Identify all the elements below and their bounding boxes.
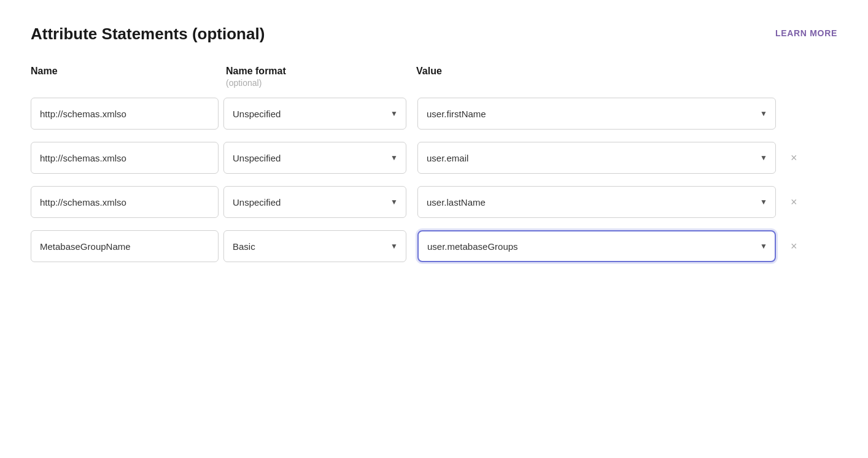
- table-row: UnspecifiedBasicURI Reference▼user.email…: [31, 142, 837, 174]
- remove-row-button[interactable]: ×: [786, 150, 802, 166]
- col-value-header: Value: [416, 66, 442, 77]
- page-header: Attribute Statements (optional) LEARN MO…: [31, 25, 837, 44]
- value-input-wrapper: ▼: [417, 230, 776, 262]
- remove-row-button[interactable]: ×: [786, 194, 802, 210]
- format-select[interactable]: UnspecifiedBasicURI Reference: [223, 98, 406, 130]
- format-select[interactable]: UnspecifiedBasicURI Reference: [223, 186, 406, 218]
- remove-row-button[interactable]: ×: [786, 238, 802, 254]
- col-format-optional: (optional): [226, 78, 416, 88]
- rows-container: UnspecifiedBasicURI Reference▼user.first…: [31, 98, 837, 262]
- value-select-wrapper: user.lastName▼: [417, 186, 776, 218]
- value-input[interactable]: [417, 230, 776, 262]
- name-input[interactable]: [31, 142, 219, 174]
- format-select-wrapper: UnspecifiedBasicURI Reference▼: [223, 98, 406, 130]
- format-select-wrapper: UnspecifiedBasicURI Reference▼: [223, 230, 406, 262]
- format-select[interactable]: UnspecifiedBasicURI Reference: [223, 230, 406, 262]
- table-row: UnspecifiedBasicURI Reference▼user.lastN…: [31, 186, 837, 218]
- format-select-wrapper: UnspecifiedBasicURI Reference▼: [223, 186, 406, 218]
- table-row: UnspecifiedBasicURI Reference▼▼×: [31, 230, 837, 262]
- name-input[interactable]: [31, 186, 219, 218]
- format-select-wrapper: UnspecifiedBasicURI Reference▼: [223, 142, 406, 174]
- format-select[interactable]: UnspecifiedBasicURI Reference: [223, 142, 406, 174]
- value-select-wrapper: user.firstName▼: [417, 98, 776, 130]
- value-select[interactable]: user.email: [417, 142, 776, 174]
- name-input[interactable]: [31, 230, 219, 262]
- value-select-wrapper: user.email▼: [417, 142, 776, 174]
- column-headers: Name Name format (optional) Value: [31, 66, 837, 88]
- value-select[interactable]: user.firstName: [417, 98, 776, 130]
- col-format-header: Name format (optional): [226, 66, 416, 88]
- name-input[interactable]: [31, 98, 219, 130]
- col-name-header: Name: [31, 66, 226, 77]
- learn-more-link[interactable]: LEARN MORE: [775, 28, 837, 38]
- table-row: UnspecifiedBasicURI Reference▼user.first…: [31, 98, 837, 130]
- value-select[interactable]: user.lastName: [417, 186, 776, 218]
- page-title: Attribute Statements (optional): [31, 25, 265, 44]
